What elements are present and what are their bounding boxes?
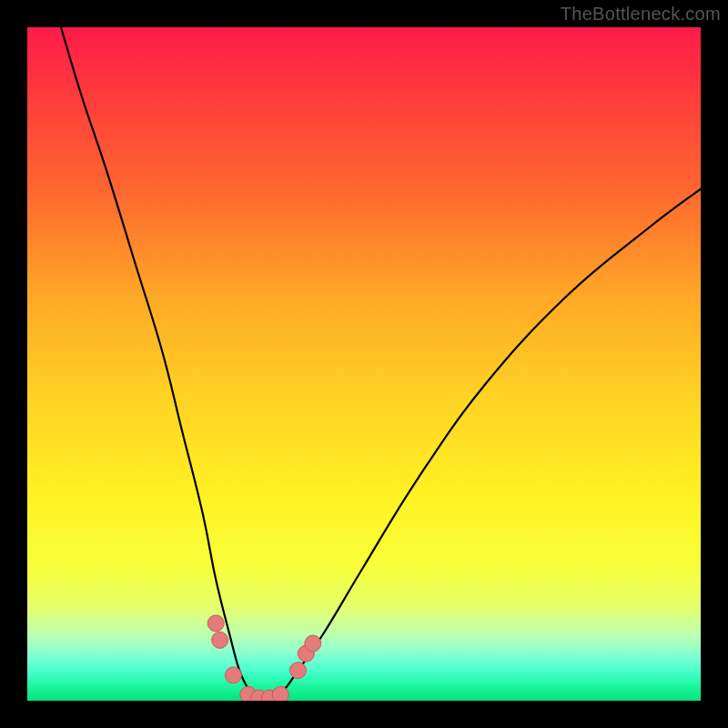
plot-area bbox=[27, 27, 701, 701]
watermark-text: TheBottleneck.com bbox=[561, 4, 721, 25]
curve-markers bbox=[207, 615, 321, 701]
curve-marker bbox=[212, 632, 228, 648]
curve-marker bbox=[207, 615, 224, 632]
chart-svg bbox=[27, 27, 701, 701]
curve-marker bbox=[305, 635, 321, 652]
chart-frame: TheBottleneck.com bbox=[0, 0, 728, 728]
bottleneck-curve bbox=[61, 27, 701, 700]
curve-marker bbox=[289, 662, 306, 679]
curve-marker bbox=[272, 686, 288, 701]
curve-marker bbox=[225, 667, 241, 683]
